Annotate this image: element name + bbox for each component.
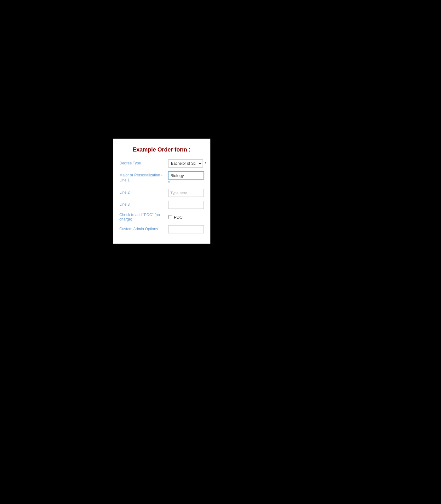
major-line1-label: Major or Personalization - Line 1 <box>119 171 168 183</box>
line3-field <box>168 201 204 209</box>
degree-type-field: Bachelor of Science Bachelor of Arts Mas… <box>168 159 206 168</box>
pdc-checkbox-label: PDC <box>174 215 182 220</box>
major-required-star: * <box>168 180 204 185</box>
pdc-checkbox[interactable] <box>168 215 172 219</box>
line2-input[interactable] <box>168 189 204 197</box>
pdc-checkbox-field: PDC <box>168 215 182 220</box>
custom-admin-field <box>168 225 204 233</box>
degree-select-wrapper: Bachelor of Science Bachelor of Arts Mas… <box>168 159 206 168</box>
line3-input[interactable] <box>168 201 204 209</box>
major-line1-row: Major or Personalization - Line 1 * <box>119 171 204 185</box>
line3-label: Line 3 <box>119 201 168 207</box>
custom-admin-label: Custom Admin Options <box>119 225 168 232</box>
custom-admin-row: Custom Admin Options <box>119 225 204 233</box>
pdc-row: Check to add "PDC" (no charge) PDC <box>119 213 204 221</box>
order-form: Example Order form : Degree Type Bachelo… <box>113 139 210 244</box>
form-title: Example Order form : <box>119 146 204 153</box>
pdc-label: Check to add "PDC" (no charge) <box>119 213 168 221</box>
line3-row: Line 3 <box>119 201 204 209</box>
major-line1-field: * <box>168 171 204 185</box>
line2-field <box>168 189 204 197</box>
degree-required-star: * <box>205 162 206 166</box>
degree-type-select[interactable]: Bachelor of Science Bachelor of Arts Mas… <box>168 159 203 168</box>
degree-type-row: Degree Type Bachelor of Science Bachelor… <box>119 159 204 168</box>
line2-row: Line 2 <box>119 189 204 197</box>
line2-label: Line 2 <box>119 189 168 195</box>
major-line1-input[interactable] <box>168 171 204 180</box>
degree-type-label: Degree Type <box>119 159 168 166</box>
custom-admin-input[interactable] <box>168 225 204 233</box>
